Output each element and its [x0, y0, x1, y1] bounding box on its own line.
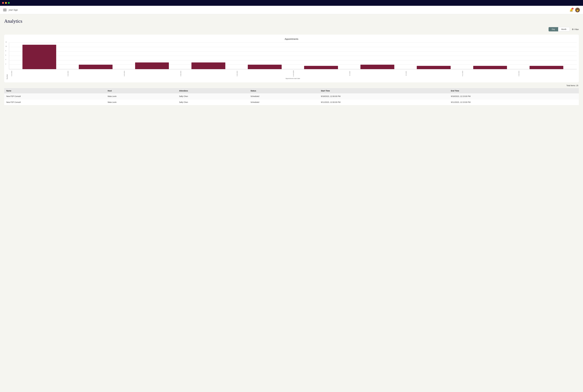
x-label: 9-18-2023	[518, 70, 574, 77]
table-cell-endTime: 9/11/2023, 12:15:00 PM	[449, 99, 579, 105]
filter-label: Filter	[574, 28, 579, 30]
table-cell-status: Scheduled	[248, 94, 319, 99]
navbar-right: 🔔 1 👩	[569, 8, 580, 12]
filter-icon: ⚙	[572, 28, 574, 30]
bar	[79, 65, 113, 69]
table-row: New P2P ConsultMaia LevinSally ChenSched…	[4, 99, 579, 105]
day-toggle-button[interactable]: Day	[549, 27, 558, 31]
bar-group	[518, 42, 574, 69]
bar-group	[349, 42, 406, 69]
x-label: 8-16-2023	[67, 70, 124, 77]
table-cell-endTime: 9/18/2023, 12:15:00 PM	[449, 94, 579, 99]
table-cell-status: Scheduled	[248, 99, 319, 105]
notification-button[interactable]: 🔔 1	[569, 8, 573, 12]
bar	[529, 66, 563, 69]
avatar[interactable]: 👩	[575, 8, 580, 12]
controls-row: Day Month ⚙ Filter	[4, 27, 579, 32]
chart-inner: 12 10 8 6 4 2 9-14-20238-16-20238-23-202…	[9, 42, 577, 79]
table-cell-attendees: Sally Chen	[177, 94, 248, 99]
data-table: Name Host Attendees Status Start Time En…	[4, 88, 579, 105]
bar	[191, 62, 225, 69]
bar	[304, 66, 338, 69]
x-label: 9-5-2023	[406, 70, 462, 77]
minimize-button[interactable]	[5, 2, 7, 4]
total-items: Total items: 25	[4, 84, 579, 86]
bar-group	[124, 42, 180, 69]
x-label: 9-14-2023	[11, 70, 67, 77]
bar-group	[293, 42, 349, 69]
chart-title: Appointments	[6, 38, 577, 40]
table-header: Name Host Attendees Status Start Time En…	[4, 88, 579, 94]
bar-group	[406, 42, 462, 69]
avatar-image: 👩	[575, 8, 580, 12]
header-row: Name Host Attendees Status Start Time En…	[4, 88, 579, 94]
bar-group	[236, 42, 293, 69]
col-host: Host	[106, 88, 177, 94]
bar	[248, 65, 281, 69]
bar	[361, 65, 394, 69]
col-end-time: End Time	[449, 88, 579, 94]
x-label: 8-29-2023b	[293, 70, 349, 77]
toggle-group: Day Month	[548, 27, 570, 32]
bar-group	[180, 42, 236, 69]
bar	[473, 66, 507, 69]
col-name: Name	[4, 88, 106, 94]
x-label: 9-4-2023	[349, 70, 406, 77]
title-bar	[0, 0, 583, 6]
x-label: 8-28-2023	[180, 70, 236, 77]
bar-group	[68, 42, 124, 69]
main-content: Analytics Day Month ⚙ Filter Appointment…	[0, 14, 583, 108]
chart-section: Appointments Number 12 10 8 6 4 2	[4, 35, 579, 82]
col-start-time: Start Time	[319, 88, 449, 94]
month-toggle-button[interactable]: Month	[558, 27, 569, 31]
logo: your logo	[9, 8, 18, 11]
y-axis-label: Number	[6, 74, 8, 79]
x-label: 8-23-2023	[124, 70, 180, 77]
table-cell-startTime: 9/11/2023, 12:00:00 PM	[319, 99, 449, 105]
y-tick: 12	[6, 41, 7, 43]
x-axis-title: Appointment start date	[9, 78, 577, 79]
page-title: Analytics	[4, 18, 579, 24]
y-tick: 8	[6, 50, 6, 52]
x-axis: 9-14-20238-16-20238-23-20238-28-20238-29…	[9, 70, 577, 77]
x-label: 9-11-2023	[462, 70, 518, 77]
table-cell-startTime: 9/18/2023, 12:00:00 PM	[319, 94, 449, 99]
bar	[135, 62, 169, 69]
bar	[23, 45, 56, 69]
bars-area	[9, 42, 577, 69]
chart-grid: 12 10 8 6 4 2	[9, 42, 577, 69]
close-button[interactable]	[2, 2, 4, 4]
x-label: 8-29-2023	[236, 70, 293, 77]
bar-group	[11, 42, 68, 69]
chart-container: Number 12 10 8 6 4 2 9-14-2	[6, 42, 577, 79]
table-cell-name: New P2P Consult	[4, 94, 106, 99]
notification-badge: 1	[572, 8, 573, 10]
bar	[417, 66, 451, 69]
y-tick: 2	[6, 63, 6, 65]
hamburger-menu[interactable]	[3, 9, 7, 11]
navbar-left: your logo	[3, 8, 18, 11]
col-attendees: Attendees	[177, 88, 248, 94]
y-tick: 10	[6, 46, 7, 47]
maximize-button[interactable]	[8, 2, 10, 4]
table-cell-name: New P2P Consult	[4, 99, 106, 105]
col-status: Status	[248, 88, 319, 94]
table-cell-host: Maia Levin	[106, 99, 177, 105]
bar-group	[462, 42, 518, 69]
filter-button[interactable]: ⚙ Filter	[572, 28, 579, 30]
table-row: New P2P ConsultMaia LevinSally ChenSched…	[4, 94, 579, 99]
table-cell-host: Maia Levin	[106, 94, 177, 99]
table-cell-attendees: Sally Chen	[177, 99, 248, 105]
y-tick: 4	[6, 59, 6, 60]
table-body: New P2P ConsultMaia LevinSally ChenSched…	[4, 94, 579, 105]
y-tick: 6	[6, 54, 6, 56]
navbar: your logo 🔔 1 👩	[0, 6, 583, 14]
